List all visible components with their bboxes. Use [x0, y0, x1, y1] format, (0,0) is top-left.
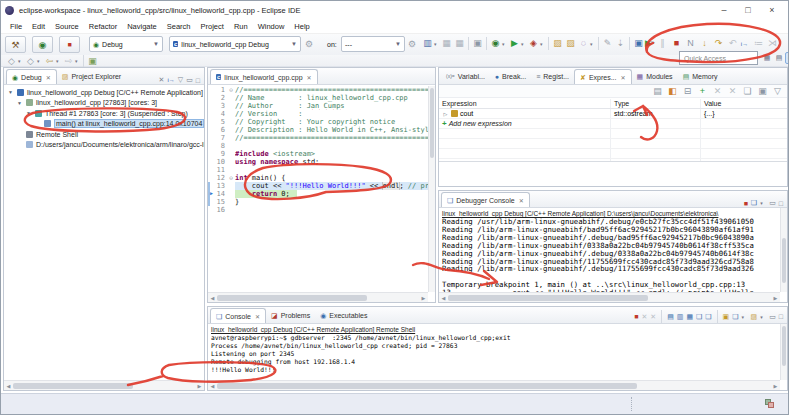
- maximize-icon[interactable]: □: [196, 77, 200, 84]
- scroll-lock-icon[interactable]: ▥: [677, 313, 684, 321]
- scroll-left-icon[interactable]: ◀: [208, 295, 217, 301]
- tab-modules[interactable]: ▦Modules: [632, 69, 678, 84]
- tree-item[interactable]: ▼linux_helloworld_cpp [27863] [cores: 3]: [4, 98, 204, 109]
- scroll-left-icon[interactable]: ◀: [4, 383, 13, 389]
- launch-config-combo[interactable]: c linux_helloworld_cpp Debug ▼: [169, 36, 301, 52]
- build-project-icon[interactable]: ▣: [471, 37, 484, 50]
- chevron-down-icon[interactable]: ▾: [760, 314, 766, 320]
- show-type-names-icon[interactable]: ◧: [666, 85, 679, 98]
- search-icon[interactable]: ◌: [577, 37, 590, 50]
- view-menu-icon[interactable]: ▽: [178, 76, 183, 84]
- previous-annotation-icon[interactable]: ◇: [24, 55, 37, 68]
- close-icon[interactable]: ✕: [307, 74, 312, 81]
- add-expression-row[interactable]: +Add new expression: [439, 119, 787, 129]
- menu-edit[interactable]: Edit: [27, 21, 50, 32]
- debugger-console-tab[interactable]: ❏ Debugger Console ✕: [441, 192, 530, 207]
- scrollbar-thumb[interactable]: [13, 383, 133, 389]
- pin-view-icon[interactable]: ▣: [756, 85, 769, 98]
- menu-project[interactable]: Project: [196, 21, 229, 32]
- scrollbar-thumb[interactable]: [217, 383, 637, 389]
- minimize-icon[interactable]: ▭: [186, 76, 193, 84]
- editor-hscrollbar[interactable]: ◀ ▶: [208, 292, 428, 302]
- scrollbar-thumb[interactable]: [782, 326, 786, 366]
- display-console-icon[interactable]: ❏: [751, 199, 757, 207]
- chevron-down-icon[interactable]: ▾: [742, 314, 748, 320]
- suspend-icon[interactable]: ∥: [656, 37, 669, 50]
- show-logical-structure-icon[interactable]: ▤: [651, 85, 664, 98]
- maximize-icon[interactable]: □: [779, 200, 783, 207]
- tree-expander-icon[interactable]: ▼: [7, 89, 14, 95]
- back-icon[interactable]: ⇦: [43, 55, 56, 68]
- tab-executables[interactable]: ◉Executables: [315, 308, 372, 323]
- debugger-console-output[interactable]: Reading /usr/lib/arm-linux-gnueabihf/.de…: [439, 218, 787, 297]
- fold-minus-icon[interactable]: ⊖: [227, 86, 235, 94]
- scroll-left-icon[interactable]: ◀: [439, 295, 448, 301]
- column-header-type[interactable]: Type: [611, 99, 701, 108]
- menu-navigate[interactable]: Navigate: [122, 21, 162, 32]
- scroll-right-icon[interactable]: ▶: [771, 383, 780, 389]
- new-view-icon[interactable]: ❏: [741, 85, 754, 98]
- tab-break[interactable]: ●Break...: [490, 69, 531, 84]
- new-console-view-icon[interactable]: ▨: [751, 313, 758, 321]
- menu-window[interactable]: Window: [253, 21, 290, 32]
- editor-tab[interactable]: c linux_helloworld_cpp.cpp ✕: [210, 69, 318, 84]
- menu-search[interactable]: Search: [162, 21, 196, 32]
- remove-expression-icon[interactable]: ✕: [711, 85, 724, 98]
- console-vscrollbar[interactable]: [780, 324, 787, 380]
- disconnect-icon[interactable]: N: [684, 37, 697, 50]
- close-icon[interactable]: ✕: [46, 74, 51, 81]
- use-step-filters-icon[interactable]: ⋊: [766, 37, 779, 50]
- mark-occurrences-icon[interactable]: ⇣: [614, 37, 627, 50]
- debug-button[interactable]: ◉: [32, 36, 53, 53]
- menu-file[interactable]: File: [5, 21, 27, 32]
- menu-refactor[interactable]: Refactor: [84, 21, 122, 32]
- save-all-icon[interactable]: ▦: [453, 37, 466, 50]
- remove-all-terminated-icon[interactable]: ✕: [159, 76, 165, 84]
- collapse-all-icon[interactable]: ⊟: [681, 85, 694, 98]
- new-wizard-icon[interactable]: ▥: [421, 37, 434, 50]
- tab-memory[interactable]: ▤Memory: [678, 69, 723, 84]
- remove-all-launches-icon[interactable]: ✕: [650, 313, 656, 321]
- clear-console-icon[interactable]: ▤: [667, 313, 674, 321]
- debug-mode-combo[interactable]: ◉ Debug ▼: [89, 36, 163, 52]
- scroll-right-icon[interactable]: ▶: [771, 295, 780, 301]
- debug-tree-hscrollbar[interactable]: ◀ ▶: [4, 380, 204, 390]
- tree-item[interactable]: Remote Shell: [4, 129, 204, 140]
- code-area[interactable]: 1⊖//====================================…: [208, 86, 428, 292]
- quick-access-box[interactable]: Quick Access: [679, 51, 758, 65]
- tree-expander-icon[interactable]: ▷: [442, 111, 449, 117]
- minimize-icon[interactable]: ▭: [769, 313, 776, 321]
- terminate-icon[interactable]: ■: [634, 313, 638, 320]
- open-perspective-icon[interactable]: ▦: [761, 52, 773, 64]
- connection-combo[interactable]: --- ▼: [341, 36, 405, 52]
- column-header-expression[interactable]: Expression: [439, 99, 611, 108]
- menu-help[interactable]: Help: [289, 21, 314, 32]
- maximize-button[interactable]: □: [736, 3, 760, 17]
- scrollbar-thumb[interactable]: [430, 88, 434, 158]
- tab-problems[interactable]: ◪Problems: [266, 308, 315, 323]
- cpp-perspective-icon[interactable]: ▤: [773, 52, 785, 64]
- scrollbar-thumb[interactable]: [782, 238, 786, 283]
- annotation-pencil-icon[interactable]: ✎: [601, 37, 614, 50]
- scrollbar-thumb[interactable]: [448, 295, 648, 301]
- build-button[interactable]: ⚒: [5, 36, 26, 53]
- chevron-down-icon[interactable]: ▾: [75, 58, 81, 64]
- debugger-console-vscrollbar[interactable]: [780, 208, 787, 292]
- save-icon[interactable]: ▦: [440, 37, 453, 50]
- minimize-icon[interactable]: ▭: [769, 199, 776, 207]
- view-menu-icon[interactable]: ▽: [771, 85, 784, 98]
- tab-console[interactable]: ❏Console✕: [210, 308, 266, 323]
- menu-run[interactable]: Run: [229, 21, 253, 32]
- editor-vscrollbar[interactable]: [428, 86, 435, 292]
- debugger-console-hscrollbar[interactable]: ◀ ▶: [439, 292, 780, 302]
- tab-regist[interactable]: ≡Regist...: [531, 69, 574, 84]
- debug-perspective-icon[interactable]: ◉: [785, 52, 789, 64]
- tab-variabl[interactable]: (x)=Variabl...: [441, 69, 490, 84]
- open-folder-icon[interactable]: ▨: [551, 37, 564, 50]
- fold-minus-icon[interactable]: ⊖: [227, 174, 235, 182]
- chevron-down-icon[interactable]: ▾: [760, 200, 766, 206]
- tab-debug[interactable]: ◉Debug✕: [6, 69, 57, 84]
- chevron-down-icon[interactable]: ▾: [540, 41, 546, 47]
- stop-build-button[interactable]: ■: [59, 36, 80, 53]
- open-console-icon[interactable]: ❏: [732, 313, 738, 321]
